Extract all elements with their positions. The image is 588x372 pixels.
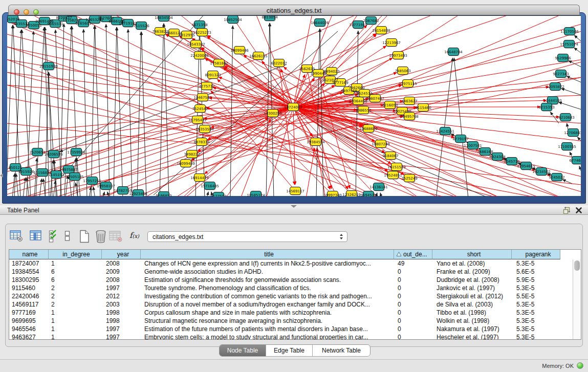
graph-node-label: 3498222	[184, 152, 200, 157]
graph-node-label: 18807249	[372, 142, 390, 146]
table-row[interactable]: 977716911998Corpus callosum shape and si…	[9, 309, 560, 317]
column-header-year[interactable]: year	[102, 250, 141, 259]
table-row[interactable]: 911546021997Tourette syndrome. Phenomeno…	[9, 284, 560, 292]
graph-edge	[207, 192, 208, 196]
graph-edge	[293, 107, 502, 196]
tab-network-table[interactable]: Network Table	[312, 345, 370, 356]
graph-node-label: 20206576	[45, 152, 63, 157]
graph-edge	[160, 24, 164, 196]
graph-edge	[567, 76, 581, 82]
table-row[interactable]: 1456911722003Disruption of a novel membe…	[9, 300, 560, 309]
splitter-handle-icon[interactable]	[291, 205, 297, 208]
delete-trash-icon[interactable]	[95, 230, 107, 243]
graph-edge	[380, 193, 382, 196]
graph-node-label: 9245022	[549, 176, 564, 180]
graph-node-label: 8813054	[262, 16, 278, 19]
graph-node-label: 16099489	[177, 162, 195, 166]
show-columns-icon[interactable]	[30, 230, 42, 242]
graph-node-label: 12505185	[66, 175, 84, 179]
graph-node-label: 19384554	[307, 140, 325, 144]
table-settings-icon[interactable]	[10, 230, 24, 242]
column-header-short[interactable]: short	[432, 250, 512, 259]
graph-node-label: 18495768	[400, 115, 419, 119]
sort-ascending-icon	[396, 251, 402, 257]
graph-edge	[574, 48, 581, 53]
graph-node-label: 7462660	[349, 86, 364, 90]
graph-edge	[120, 196, 121, 196]
graph-node-label: 9045716	[504, 160, 520, 164]
table-row[interactable]: 946362711997Embryonic stem cells: a mode…	[9, 333, 560, 340]
graph-node-label: 1562615	[299, 67, 315, 71]
graph-node-label: 18300295	[264, 112, 282, 116]
graph-edge	[293, 107, 542, 196]
graph-node-label: 12975115	[399, 82, 417, 86]
graph-node-label: 10025458	[393, 110, 411, 114]
graph-node-label: 22420046	[190, 54, 209, 58]
panel-title: Table Panel	[7, 207, 39, 214]
graph-node-label: 7524542	[192, 107, 208, 111]
graph-edge	[579, 166, 581, 172]
graph-node-label: 10467587	[193, 96, 212, 100]
function-builder-icon[interactable]: f(x)	[129, 231, 139, 240]
table-scrollbar[interactable]	[573, 259, 581, 339]
table-row[interactable]: 969969511998Structural magnetic resonanc…	[9, 317, 560, 325]
graph-node-label: 4275712	[199, 84, 214, 89]
graph-node-label: 9184067	[382, 154, 398, 158]
graph-node-label: 2486168	[477, 150, 493, 154]
table-row[interactable]: 2242004622012Investigating the contribut…	[9, 292, 560, 300]
table-source-select[interactable]: citations_edges.txt	[147, 231, 347, 242]
graph-node-label: 10852504	[224, 18, 242, 22]
column-header-title[interactable]: title	[141, 250, 394, 259]
table-row[interactable]: 1830029562008Estimation of significance …	[9, 276, 560, 284]
table-row[interactable]: 946554611997Estimation of the future num…	[9, 325, 560, 333]
graph-node-label: 16353594	[195, 127, 214, 132]
graph-node-label: 9127503	[210, 194, 226, 197]
graph-node-label: 10997340	[323, 193, 342, 197]
import-table-disabled-icon	[109, 230, 122, 242]
tab-edge-table[interactable]: Edge Table	[266, 345, 312, 356]
table-scrollbar-thumb[interactable]	[574, 260, 580, 271]
new-document-icon[interactable]	[79, 230, 90, 243]
column-header-in-degree[interactable]: in_degree	[49, 250, 102, 259]
graph-node-label: 10771919	[349, 23, 367, 27]
graph-edge	[20, 77, 581, 196]
tab-node-table[interactable]: Node Table	[220, 345, 266, 356]
graph-node-label: 12424551	[436, 129, 454, 134]
left-edge-marker	[0, 173, 3, 178]
graph-node-label: 17100355	[558, 145, 576, 149]
graph-node-label: 8912955	[179, 33, 194, 37]
rows-stack-icon[interactable]	[64, 230, 70, 243]
graph-node-label: 6216050	[382, 103, 398, 107]
table-panel-body: f(x) citations_edges.txt name in_degree …	[0, 215, 588, 359]
graph-node-label: 15716485	[201, 184, 219, 188]
graph-node-label: 8215353	[538, 105, 554, 110]
graph-node-label: 11170546	[560, 30, 579, 34]
graph-node-label: 12923468	[129, 192, 147, 196]
graph-node-label: 16626155	[249, 54, 268, 58]
graph-node-label: 20151930	[39, 64, 58, 69]
combo-arrows-icon	[340, 234, 343, 239]
select-rows-icon[interactable]	[49, 230, 58, 243]
float-panel-icon[interactable]	[563, 207, 571, 214]
column-header-name[interactable]: name	[9, 250, 49, 259]
graph-node-label: 10585124	[247, 193, 265, 197]
network-window-titlebar[interactable]: citations_edges.txt	[8, 5, 580, 15]
table-row[interactable]: 1938455462009Genome-wide association stu…	[9, 268, 560, 276]
window-title: citations_edges.txt	[9, 7, 579, 14]
graph-node-label: 3624514	[356, 92, 373, 96]
graph-node-label: 11007541	[464, 144, 482, 148]
graph-node-label: 18724007	[284, 105, 302, 110]
graph-edge	[53, 181, 55, 196]
table-row[interactable]: 1872400712008Changes of HCN gene express…	[9, 259, 560, 268]
close-panel-icon[interactable]	[575, 207, 582, 214]
graph-node-label: 9186853	[156, 194, 171, 197]
graph-node-label: 8779197	[452, 137, 468, 141]
graph-node-label: 12706843	[564, 131, 581, 135]
graph-node-label: 14136141	[369, 185, 388, 189]
column-header-out-degree[interactable]: out_de...	[394, 250, 432, 259]
graph-node-label: 8091323	[205, 73, 221, 77]
column-header-pagerank[interactable]: pagerank	[512, 250, 560, 259]
graph-node-label: 16151529	[387, 165, 406, 169]
network-canvas[interactable]: 5520734035572935005120691406936553182205…	[7, 15, 581, 196]
table-panel-header: Table Panel	[0, 205, 588, 215]
